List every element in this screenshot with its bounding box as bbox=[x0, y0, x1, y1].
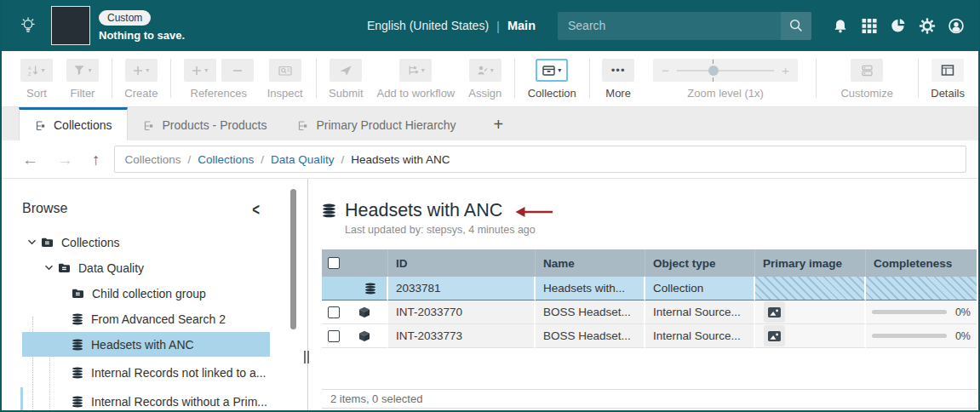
assign-button[interactable]: ▾ Assign bbox=[468, 59, 501, 100]
nav-back-icon[interactable]: ← bbox=[22, 152, 38, 168]
collection-group-folder-icon bbox=[72, 288, 84, 299]
tree-item-headsets-with-anc[interactable]: Headsets with ANC bbox=[22, 332, 270, 357]
cell-object-type: Collection bbox=[645, 277, 755, 300]
create-button[interactable]: ▾ Create bbox=[124, 59, 158, 100]
plus-icon bbox=[133, 66, 143, 76]
collapse-sidebar-icon[interactable]: < bbox=[252, 199, 260, 220]
collection-table: ID Name Object type Primary image Comple… bbox=[322, 249, 977, 348]
hierarchy-icon bbox=[35, 120, 46, 131]
reports-pie-icon[interactable] bbox=[890, 18, 907, 34]
notifications-bell-icon[interactable] bbox=[832, 18, 849, 34]
column-header-completeness[interactable]: Completeness bbox=[866, 249, 977, 277]
zoom-out-icon[interactable]: − bbox=[662, 63, 669, 77]
header-divider: | bbox=[496, 19, 500, 33]
tree-item-from-advanced-search-2[interactable]: From Advanced Search 2 bbox=[22, 306, 270, 331]
breadcrumb-link-collections[interactable]: Collections bbox=[198, 153, 254, 166]
inspect-button[interactable]: Inspect bbox=[267, 59, 303, 100]
account-user-icon[interactable] bbox=[948, 18, 965, 34]
zoom-level-label: Zoom level (1x) bbox=[687, 87, 764, 100]
tab-primary-product-hierarchy[interactable]: Primary Product Hierarchy bbox=[282, 107, 471, 140]
pane-splitter-handle[interactable] bbox=[302, 351, 310, 363]
details-button[interactable]: Details bbox=[931, 59, 965, 100]
hierarchy-icon bbox=[297, 120, 308, 131]
customize-button[interactable]: Customize bbox=[840, 59, 892, 100]
sort-button[interactable]: AZ▾ Sort bbox=[20, 59, 53, 100]
nav-up-icon[interactable]: ↑ bbox=[92, 152, 100, 168]
chevron-down-icon[interactable] bbox=[44, 265, 54, 271]
add-to-workflow-button[interactable]: ▾ Add to workflow bbox=[377, 59, 456, 100]
collection-button[interactable]: ▾ Collection bbox=[528, 59, 576, 100]
table-row[interactable]: 2033781 Headsets with... Collection bbox=[322, 277, 977, 300]
filter-button[interactable]: ▾ Filter bbox=[66, 59, 99, 100]
search-button[interactable] bbox=[781, 12, 811, 40]
last-updated-text: Last updated by: stepsys, 4 minutes ago bbox=[345, 224, 978, 236]
remove-reference-button[interactable] bbox=[221, 59, 254, 82]
cell-id: INT-2033770 bbox=[388, 300, 536, 324]
inspect-icon bbox=[278, 65, 292, 77]
table-row[interactable]: INT-2033773 BOSS Headset... Internal Sou… bbox=[322, 324, 977, 348]
tree-item-internal-records-not-linked[interactable]: Internal Records not linked to a... bbox=[22, 360, 270, 385]
top-header: Custom Nothing to save. English (United … bbox=[2, 0, 978, 51]
tree-item-data-quality[interactable]: Data Quality bbox=[22, 255, 270, 280]
column-header-object-type[interactable]: Object type bbox=[645, 249, 755, 277]
sidebar-scrollbar[interactable] bbox=[290, 189, 296, 329]
tree-selection-accent bbox=[20, 387, 23, 410]
cell-object-type: Internal Source... bbox=[645, 300, 755, 324]
zoom-in-icon[interactable]: + bbox=[782, 63, 789, 77]
completeness-bar bbox=[872, 334, 947, 338]
sidebar-title: Browse bbox=[22, 201, 307, 216]
table-row[interactable]: INT-2033770 BOSS Headset... Internal Sou… bbox=[322, 300, 977, 324]
collection-stack-icon bbox=[322, 203, 336, 218]
sort-az-icon: AZ bbox=[28, 65, 38, 76]
primary-image-thumbnail[interactable] bbox=[764, 301, 785, 323]
references-button[interactable]: ▾ References bbox=[184, 59, 254, 100]
breadcrumb-bar: ← → ↑ Collections / Collections / Data Q… bbox=[2, 140, 978, 179]
tab-collections[interactable]: Collections bbox=[19, 107, 128, 140]
search-input[interactable] bbox=[558, 12, 781, 40]
image-icon bbox=[767, 306, 782, 319]
more-button[interactable]: ••• More bbox=[602, 59, 634, 100]
cell-completeness-na bbox=[866, 277, 977, 300]
caret-down-icon: ▾ bbox=[421, 67, 425, 74]
breadcrumb-link-data-quality[interactable]: Data Quality bbox=[271, 153, 334, 166]
svg-text:A: A bbox=[28, 66, 32, 71]
column-header-name[interactable]: Name bbox=[536, 249, 645, 277]
breadcrumb[interactable]: Collections / Collections / Data Quality… bbox=[114, 146, 967, 173]
locale-selector[interactable]: English (United States) bbox=[367, 19, 489, 32]
app-window: Custom Nothing to save. English (United … bbox=[0, 0, 980, 412]
cell-primary-image-na bbox=[755, 277, 866, 300]
collection-stack-icon bbox=[364, 283, 376, 295]
breadcrumb-current: Headsets with ANC bbox=[351, 153, 450, 166]
add-tab-button[interactable]: + bbox=[494, 116, 504, 133]
cell-id: 2033781 bbox=[388, 277, 536, 300]
nav-forward-icon[interactable]: → bbox=[57, 152, 73, 168]
cell-name: BOSS Headset... bbox=[536, 300, 645, 324]
chevron-down-icon[interactable] bbox=[27, 239, 37, 245]
tree-item-internal-records-without-prim[interactable]: Internal Records without a Prim... bbox=[22, 389, 270, 412]
workspace-thumbnail[interactable] bbox=[51, 6, 90, 45]
submit-button[interactable]: Submit bbox=[329, 59, 363, 100]
completeness-value: 0% bbox=[955, 306, 971, 318]
row-checkbox[interactable] bbox=[328, 330, 340, 342]
zoom-slider[interactable]: − + bbox=[653, 59, 798, 82]
product-cube-icon bbox=[358, 306, 370, 318]
tree-item-collections[interactable]: Collections bbox=[22, 230, 270, 255]
lightbulb-icon[interactable] bbox=[19, 17, 37, 34]
minus-icon bbox=[232, 66, 243, 76]
apps-grid-icon[interactable] bbox=[861, 18, 878, 34]
column-header-id[interactable]: ID bbox=[388, 249, 536, 277]
toolbar: AZ▾ Sort ▾ Filter ▾ Create ▾ References … bbox=[2, 51, 978, 107]
settings-gear-icon[interactable] bbox=[919, 18, 936, 34]
zoom-slider-thumb[interactable] bbox=[708, 66, 719, 76]
select-all-checkbox[interactable] bbox=[328, 257, 340, 269]
row-checkbox[interactable] bbox=[328, 306, 340, 318]
tab-products-products[interactable]: Products - Products bbox=[128, 107, 282, 140]
column-header-primary-image[interactable]: Primary image bbox=[755, 249, 866, 277]
breadcrumb-root: Collections bbox=[125, 153, 181, 166]
tree-item-child-collection-group[interactable]: Child collection group bbox=[22, 281, 270, 306]
primary-image-thumbnail[interactable] bbox=[764, 325, 785, 346]
add-reference-button[interactable]: ▾ bbox=[184, 59, 216, 82]
status-bar: 2 items, 0 selected bbox=[322, 389, 977, 409]
caret-down-icon: ▾ bbox=[204, 67, 208, 74]
context-selector[interactable]: Main bbox=[507, 19, 536, 32]
